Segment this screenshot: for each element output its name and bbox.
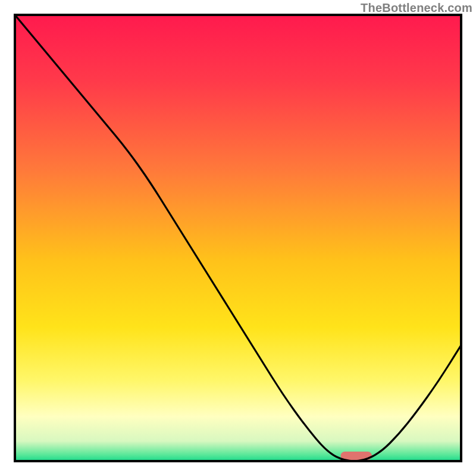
- watermark-text: TheBottleneck.com: [361, 1, 472, 15]
- gradient-background: [15, 15, 461, 461]
- chart-container: TheBottleneck.com: [0, 0, 476, 476]
- bottleneck-chart: [0, 0, 476, 476]
